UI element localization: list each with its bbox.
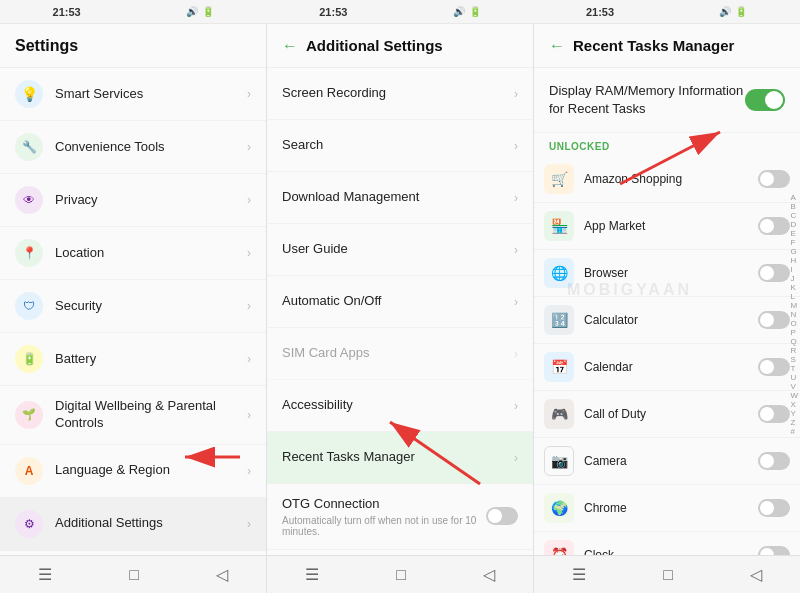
settings-item-battery[interactable]: 🔋 Battery › [0, 333, 266, 386]
settings-item-convenience-tools[interactable]: 🔧 Convenience Tools › [0, 121, 266, 174]
hamburger-button-left[interactable]: ☰ [28, 560, 62, 589]
additional-item-screen-recording[interactable]: Screen Recording › [267, 68, 533, 120]
app-market-name: App Market [584, 219, 758, 233]
alpha-letter-S[interactable]: S [790, 356, 798, 364]
otg-toggle[interactable] [486, 507, 518, 525]
accessibility-label: Accessibility [282, 397, 514, 414]
browser-toggle[interactable] [758, 264, 790, 282]
camera-toggle[interactable] [758, 452, 790, 470]
battery-label: Battery [55, 351, 247, 368]
chevron-icon: › [514, 191, 518, 205]
app-market-toggle[interactable] [758, 217, 790, 235]
smart-services-icon: 💡 [15, 80, 43, 108]
alpha-letter-K[interactable]: K [790, 284, 798, 292]
app-item-chrome[interactable]: 🌍 Chrome [534, 485, 800, 532]
alpha-letter-D[interactable]: D [790, 221, 798, 229]
alpha-letter-#[interactable]: # [790, 428, 798, 436]
bottom-navigation: ☰ □ ◁ ☰ □ ◁ ☰ □ ◁ [0, 555, 800, 593]
alpha-letter-O[interactable]: O [790, 320, 798, 328]
alpha-letter-W[interactable]: W [790, 392, 798, 400]
amazon-toggle[interactable] [758, 170, 790, 188]
alpha-letter-X[interactable]: X [790, 401, 798, 409]
additional-item-back-up-reset[interactable]: Back Up and Reset › [267, 550, 533, 555]
alpha-letter-F[interactable]: F [790, 239, 798, 247]
alpha-letter-M[interactable]: M [790, 302, 798, 310]
recent-tasks-manager-header: ← Recent Tasks Manager [534, 24, 800, 68]
back-button-mid[interactable]: ← [282, 37, 298, 55]
battery-icon: 🔋 [15, 345, 43, 373]
square-button-mid[interactable]: □ [386, 561, 416, 589]
alpha-letter-Z[interactable]: Z [790, 419, 798, 427]
alpha-letter-U[interactable]: U [790, 374, 798, 382]
browser-name: Browser [584, 266, 758, 280]
automatic-onoff-label: Automatic On/Off [282, 293, 514, 310]
additional-item-download-management[interactable]: Download Management › [267, 172, 533, 224]
settings-item-language[interactable]: A Language & Region › [0, 445, 266, 498]
calendar-icon: 📅 [544, 352, 574, 382]
back-button-right[interactable]: ← [549, 37, 565, 55]
settings-item-location[interactable]: 📍 Location › [0, 227, 266, 280]
status-icons-mid: 🔊 🔋 [400, 0, 533, 23]
app-item-calculator[interactable]: 🔢 Calculator [534, 297, 800, 344]
additional-settings-panel: ← Additional Settings Screen Recording ›… [267, 24, 534, 555]
alpha-letter-L[interactable]: L [790, 293, 798, 301]
chevron-icon: › [514, 399, 518, 413]
alpha-letter-V[interactable]: V [790, 383, 798, 391]
calculator-toggle[interactable] [758, 311, 790, 329]
alpha-letter-J[interactable]: J [790, 275, 798, 283]
app-item-camera[interactable]: 📷 Camera [534, 438, 800, 485]
settings-item-digital-wellbeing[interactable]: 🌱 Digital Wellbeing & Parental Controls … [0, 386, 266, 445]
alpha-letter-G[interactable]: G [790, 248, 798, 256]
additional-item-automatic-onoff[interactable]: Automatic On/Off › [267, 276, 533, 328]
additional-item-accessibility[interactable]: Accessibility › [267, 380, 533, 432]
app-item-app-market[interactable]: 🏪 App Market [534, 203, 800, 250]
settings-item-security[interactable]: 🛡 Security › [0, 280, 266, 333]
alpha-letter-Y[interactable]: Y [790, 410, 798, 418]
back-button-right-nav[interactable]: ◁ [740, 560, 772, 589]
alphabet-index: ABCDEFGHIJKLMNOPQRSTUVWXYZ# [790, 114, 798, 515]
app-item-calendar[interactable]: 📅 Calendar [534, 344, 800, 391]
additional-item-search[interactable]: Search › [267, 120, 533, 172]
alpha-letter-I[interactable]: I [790, 266, 798, 274]
browser-icon: 🌐 [544, 258, 574, 288]
app-list: 🛒 Amazon Shopping 🏪 App Market 🌐 Browser… [534, 156, 800, 555]
app-item-amazon[interactable]: 🛒 Amazon Shopping [534, 156, 800, 203]
app-item-call-of-duty[interactable]: 🎮 Call of Duty [534, 391, 800, 438]
settings-item-additional-settings[interactable]: ⚙ Additional Settings › [0, 498, 266, 551]
alpha-letter-N[interactable]: N [790, 311, 798, 319]
alpha-letter-T[interactable]: T [790, 365, 798, 373]
back-button-mid-nav[interactable]: ◁ [473, 560, 505, 589]
square-button-right[interactable]: □ [653, 561, 683, 589]
security-icon: 🛡 [15, 292, 43, 320]
back-button-left[interactable]: ◁ [206, 560, 238, 589]
chrome-toggle[interactable] [758, 499, 790, 517]
settings-item-software-update[interactable]: ↑ Software Update › [0, 551, 266, 555]
alpha-letter-Q[interactable]: Q [790, 338, 798, 346]
hamburger-button-mid[interactable]: ☰ [295, 560, 329, 589]
search-label: Search [282, 137, 514, 154]
sim-card-apps-label: SIM Card Apps [282, 345, 514, 362]
alpha-letter-B[interactable]: B [790, 203, 798, 211]
square-button-left[interactable]: □ [119, 561, 149, 589]
calendar-toggle[interactable] [758, 358, 790, 376]
alpha-letter-E[interactable]: E [790, 230, 798, 238]
settings-item-smart-services[interactable]: 💡 Smart Services › [0, 68, 266, 121]
smart-services-label: Smart Services [55, 86, 247, 103]
additional-item-otg-connection[interactable]: OTG Connection Automatically turn off wh… [267, 484, 533, 550]
settings-item-privacy[interactable]: 👁 Privacy › [0, 174, 266, 227]
alpha-letter-P[interactable]: P [790, 329, 798, 337]
app-item-browser[interactable]: 🌐 Browser [534, 250, 800, 297]
alpha-letter-R[interactable]: R [790, 347, 798, 355]
call-of-duty-toggle[interactable] [758, 405, 790, 423]
clock-toggle[interactable] [758, 546, 790, 555]
alpha-letter-A[interactable]: A [790, 194, 798, 202]
hamburger-button-right[interactable]: ☰ [562, 560, 596, 589]
additional-item-recent-tasks-manager[interactable]: Recent Tasks Manager › [267, 432, 533, 484]
alpha-letter-C[interactable]: C [790, 212, 798, 220]
app-item-clock[interactable]: ⏰ Clock [534, 532, 800, 555]
additional-item-user-guide[interactable]: User Guide › [267, 224, 533, 276]
ram-memory-toggle[interactable] [745, 89, 785, 111]
additional-settings-title: Additional Settings [306, 37, 443, 54]
chevron-icon: › [247, 517, 251, 531]
alpha-letter-H[interactable]: H [790, 257, 798, 265]
